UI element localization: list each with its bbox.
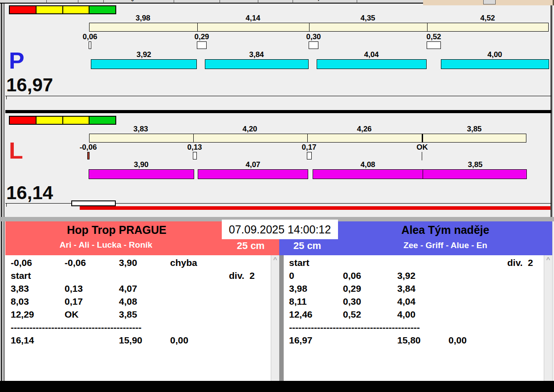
upper-split-bar-l	[89, 134, 526, 143]
table-cell: 4,00	[397, 309, 416, 320]
app-window: ⌄ ▾ 3,98 4,14 4,35 4,52 0,06 0,29 0,30 0…	[0, 0, 554, 392]
tick-mark	[6, 204, 7, 207]
lower-segment-label: 4,04	[364, 50, 379, 59]
upper-segment-label: 3,83	[133, 125, 148, 134]
table-row: 16,9715,800,00	[284, 335, 544, 348]
table-row: startdiv. 2	[284, 257, 544, 270]
lower-segment-label: 3,92	[136, 50, 151, 59]
table-cell: chyba	[170, 257, 197, 268]
table-cell: 8,03	[11, 296, 29, 307]
exchange-label: 0,17	[301, 143, 316, 152]
table-row: ----------------------------------------…	[5, 322, 271, 335]
scrollbar-right-table[interactable]: ^	[544, 255, 552, 381]
lane-total-p: 16,97	[6, 76, 53, 94]
exchange-box	[197, 41, 207, 49]
exchange-box	[89, 41, 91, 49]
table-cell: 4,04	[397, 296, 416, 307]
toolbar-button-fragment[interactable]	[483, 0, 496, 4]
table-row: startdiv. 2	[5, 270, 271, 283]
table-cell: start	[11, 270, 31, 281]
table-cell: div. 2	[197, 270, 255, 281]
table-cell: 3,84	[397, 283, 416, 294]
traffic-light-p	[9, 5, 116, 14]
table-cell: 4,07	[119, 283, 137, 294]
scroll-up-arrow-icon[interactable]: ^	[271, 256, 279, 263]
upper-segment-label: 4,35	[360, 14, 375, 23]
traffic-red-cell	[10, 117, 37, 124]
results-table-right[interactable]: startdiv. 200,063,923,980,293,848,110,30…	[284, 255, 544, 381]
team-members-right: Zee - Griff - Alue - En	[338, 241, 552, 250]
lane-total-l: 16,14	[6, 184, 53, 202]
table-cell: 3,98	[289, 283, 307, 294]
exchange-label: 0,13	[187, 143, 202, 152]
segment-bar-l	[89, 169, 194, 179]
segment-bar-p	[205, 59, 309, 69]
toolbar-separator	[258, 0, 258, 3]
table-cell: 0,29	[343, 283, 361, 294]
segment-bar-p	[91, 59, 197, 69]
table-row: 12,29OK3,85	[5, 309, 271, 322]
table-row: 16,1415,900,00	[5, 335, 271, 348]
traffic-yellow-cell	[37, 117, 63, 124]
table-cell: 0,17	[65, 296, 83, 307]
distance-right: 25 cm	[281, 240, 334, 252]
datetime-display: 07.09.2025 14:00:12	[222, 220, 338, 239]
traffic-yellow-cell	[37, 6, 63, 13]
table-row: 8,030,174,08	[5, 296, 271, 309]
exchange-label: 0,29	[194, 33, 209, 41]
exchange-label: -0,06	[80, 143, 97, 152]
bottom-black-bar	[0, 381, 554, 392]
toolbar-separator	[103, 0, 104, 3]
traffic-red-cell	[10, 6, 37, 13]
table-row: ----------------------------------------…	[284, 322, 544, 335]
toolbar-separator	[46, 0, 47, 3]
exchange-box	[309, 41, 318, 49]
scroll-up-arrow-icon[interactable]: ^	[544, 256, 552, 263]
segment-bar-l	[313, 169, 423, 179]
table-cell: OK	[65, 309, 79, 320]
table-cell: 0,13	[65, 283, 83, 294]
results-table-left[interactable]: -0,06-0,063,90chybastartdiv. 23,830,134,…	[5, 255, 271, 381]
table-cell: 4,08	[119, 296, 137, 307]
split-divider	[427, 23, 428, 31]
traffic-yellow-cell	[63, 117, 90, 124]
table-divider	[279, 255, 284, 381]
toolbar-separator	[78, 0, 78, 3]
table-cell: ----------------------------------------…	[11, 322, 142, 333]
dropdown-arrow-icon[interactable]: ▾	[317, 0, 320, 3]
upper-split-bar-p	[89, 23, 549, 32]
toolbar-separator	[174, 0, 174, 3]
exchange-box	[427, 41, 441, 49]
distance-left: 25 cm	[224, 240, 277, 252]
table-cell: 3,83	[11, 283, 29, 294]
table-cell: 12,29	[11, 309, 34, 320]
exchange-box-negative	[87, 152, 90, 159]
traffic-green-cell	[90, 117, 115, 124]
table-row: 3,980,293,84	[284, 283, 544, 296]
exchange-box	[193, 152, 197, 159]
tick-mark	[6, 96, 7, 99]
table-cell: div. 2	[475, 257, 533, 268]
exchange-label: OK	[416, 143, 428, 152]
lower-segment-label: 3,84	[249, 50, 264, 59]
segment-bar-l	[423, 169, 527, 179]
exchange-box	[307, 152, 312, 159]
exchange-ok-marker	[422, 152, 422, 160]
lane-letter-p: P	[9, 49, 24, 72]
table-row: 00,063,92	[284, 270, 544, 283]
table-cell: start	[289, 257, 310, 268]
exchange-label: 0,06	[82, 33, 97, 41]
table-cell: 0,00	[170, 335, 188, 346]
section-separator	[5, 110, 551, 113]
team-name-left: Hop Trop PRAGUE	[5, 224, 228, 237]
split-divider	[309, 23, 310, 31]
table-cell: 16,14	[11, 335, 34, 346]
scrollbar-left-table[interactable]: ^	[271, 255, 279, 381]
table-cell: 0	[289, 270, 294, 281]
table-row: 3,830,134,07	[5, 283, 271, 296]
table-row: -0,06-0,063,90chyba	[5, 257, 271, 270]
lower-segment-label: 4,08	[360, 160, 375, 169]
traffic-light-l	[9, 116, 116, 125]
upper-segment-label: 4,20	[242, 125, 257, 134]
segment-bar-l	[198, 169, 308, 179]
